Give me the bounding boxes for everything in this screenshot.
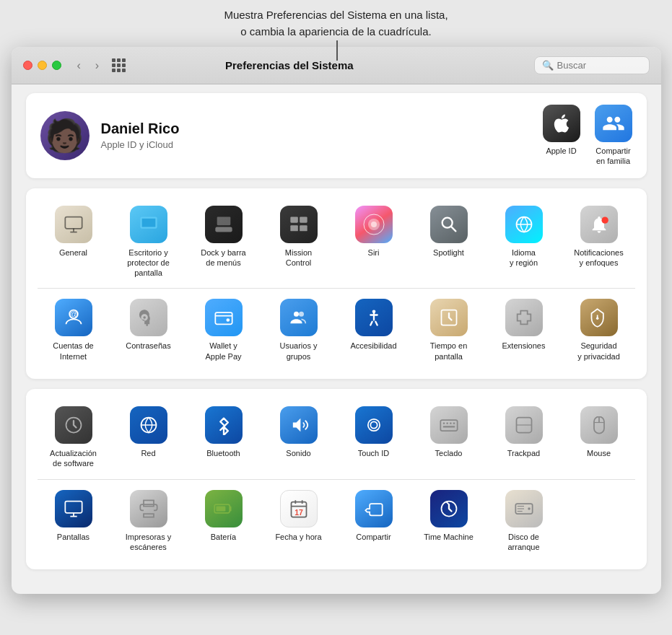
- pref-item-actual[interactable]: Actualización de software: [38, 400, 110, 475]
- pantallas-label: Pantallas: [57, 532, 90, 542]
- bateria-icon: [205, 490, 243, 527]
- search-box[interactable]: 🔍: [534, 56, 650, 74]
- pref-item-fecha[interactable]: 17Fecha y hora: [263, 484, 335, 559]
- pref-item-wallet[interactable]: Wallet y Apple Pay: [188, 293, 260, 367]
- touchid-label: Touch ID: [358, 448, 389, 458]
- general-icon: [55, 206, 92, 243]
- pref-item-usuarios[interactable]: Usuarios y grupos: [263, 293, 335, 367]
- apple-id-label: Apple ID: [546, 146, 576, 156]
- bluetooth-label: Bluetooth: [206, 448, 240, 458]
- pref-item-contra[interactable]: Contraseñas: [113, 293, 185, 367]
- pref-item-bateria[interactable]: Batería: [188, 484, 260, 559]
- svg-rect-35: [442, 426, 454, 427]
- svg-point-21: [294, 312, 299, 317]
- tooltip: Muestra Preferencias del Sistema en una …: [84, 7, 589, 40]
- contra-label: Contraseñas: [126, 341, 170, 351]
- compartir-label: Compartir: [356, 532, 390, 542]
- pref-item-timemachine[interactable]: Time Machine: [413, 484, 485, 559]
- pref-item-siri[interactable]: Siri: [338, 200, 410, 284]
- pref-item-sonido[interactable]: Sonido: [263, 400, 335, 475]
- svg-rect-4: [217, 216, 230, 225]
- user-icons: Apple ID Compartir en familia: [543, 105, 632, 167]
- teclado-icon: [430, 406, 468, 444]
- svg-point-47: [528, 507, 531, 510]
- pref-item-bluetooth[interactable]: Bluetooth: [188, 400, 260, 475]
- svg-point-20: [226, 319, 230, 323]
- pref-item-cuentas[interactable]: @Cuentas de Internet: [38, 293, 110, 367]
- svg-line-13: [450, 227, 455, 231]
- svg-rect-19: [215, 312, 232, 324]
- escritorio-label: Escritorio y protector de pantalla: [115, 248, 182, 279]
- accesib-label: Accesibilidad: [350, 341, 396, 351]
- pref-item-accesib[interactable]: Accesibilidad: [338, 293, 410, 367]
- svg-rect-42: [216, 506, 225, 511]
- window-title: Preferencias del Sistema: [137, 59, 441, 71]
- disco-icon: [505, 490, 543, 527]
- pref-item-dock[interactable]: Dock y barra de menús: [188, 200, 260, 284]
- user-section: 🧑🏿 Daniel Rico Apple ID y iCloud Apple I…: [26, 93, 647, 178]
- apple-id-icon: [543, 105, 580, 142]
- extens-label: Extensiones: [502, 341, 546, 351]
- prefs-grid-row4: PantallasImpresoras y escáneresBatería17…: [38, 484, 635, 559]
- forward-button[interactable]: ›: [91, 56, 103, 75]
- mouse-label: Mouse: [587, 448, 611, 458]
- maximize-button[interactable]: [52, 61, 61, 70]
- pref-item-segur[interactable]: Seguridad y privacidad: [563, 293, 635, 367]
- pref-item-compartir[interactable]: Compartir: [338, 484, 410, 559]
- back-button[interactable]: ‹: [73, 56, 85, 75]
- pref-item-impres[interactable]: Impresoras y escáneres: [113, 484, 185, 559]
- red-label: Red: [141, 448, 155, 458]
- minimize-button[interactable]: [38, 61, 47, 70]
- pref-item-notif[interactable]: Notificaciones y enfoques: [563, 200, 635, 284]
- pref-item-touchid[interactable]: Touch ID: [338, 400, 410, 475]
- svg-rect-7: [290, 225, 298, 231]
- mouse-icon: [580, 406, 618, 444]
- pref-item-red[interactable]: Red: [113, 400, 185, 475]
- impres-icon: [130, 490, 167, 527]
- escritorio-icon: [130, 206, 167, 243]
- pref-item-extens[interactable]: Extensiones: [488, 293, 560, 367]
- wallet-icon: [205, 299, 243, 336]
- timemachine-icon: [430, 490, 468, 527]
- avatar: 🧑🏿: [40, 111, 90, 160]
- trackpad-label: Trackpad: [507, 448, 540, 458]
- apple-id-button[interactable]: Apple ID: [543, 105, 580, 167]
- grid-view-button[interactable]: [109, 56, 128, 75]
- user-info: Daniel Rico Apple ID y iCloud: [101, 121, 543, 150]
- svg-point-22: [299, 312, 304, 317]
- pref-item-idioma[interactable]: Idioma y región: [488, 200, 560, 284]
- close-button[interactable]: [23, 61, 32, 70]
- pref-item-trackpad[interactable]: Trackpad: [488, 400, 560, 475]
- svg-text:17: 17: [294, 508, 303, 517]
- compartir-icon: [355, 490, 393, 527]
- pref-item-mouse[interactable]: Mouse: [563, 400, 635, 475]
- prefs-section-2: Actualización de softwareRedBluetoothSon…: [26, 389, 647, 569]
- svg-rect-33: [450, 423, 451, 424]
- pref-item-spotlight[interactable]: Spotlight: [413, 200, 485, 284]
- pref-item-tiempo[interactable]: Tiempo en pantalla: [413, 293, 485, 367]
- pref-item-pantallas[interactable]: Pantallas: [38, 484, 110, 559]
- wallet-label: Wallet y Apple Pay: [205, 341, 241, 362]
- pref-item-escritorio[interactable]: Escritorio y protector de pantalla: [113, 200, 185, 284]
- search-input[interactable]: [557, 60, 644, 71]
- grid-icon: [112, 58, 126, 72]
- general-label: General: [59, 248, 87, 258]
- pantallas-icon: [55, 490, 92, 527]
- teclado-label: Teclado: [435, 448, 463, 458]
- actual-label: Actualización de software: [50, 448, 97, 469]
- user-name: Daniel Rico: [101, 121, 543, 137]
- touchid-icon: [355, 406, 393, 444]
- svg-rect-6: [300, 216, 307, 222]
- svg-rect-5: [290, 216, 298, 222]
- pref-item-mission[interactable]: Mission Control: [263, 200, 335, 284]
- usuarios-icon: [280, 299, 318, 336]
- family-sharing-button[interactable]: Compartir en familia: [595, 105, 632, 167]
- fecha-icon: 17: [280, 490, 318, 527]
- traffic-lights: [23, 61, 61, 70]
- svg-rect-3: [215, 227, 232, 232]
- pref-item-disco[interactable]: Disco de arranque: [488, 484, 560, 559]
- pref-item-general[interactable]: General: [38, 200, 110, 284]
- pref-item-teclado[interactable]: Teclado: [413, 400, 485, 475]
- siri-icon: [355, 206, 393, 243]
- svg-rect-31: [442, 423, 444, 424]
